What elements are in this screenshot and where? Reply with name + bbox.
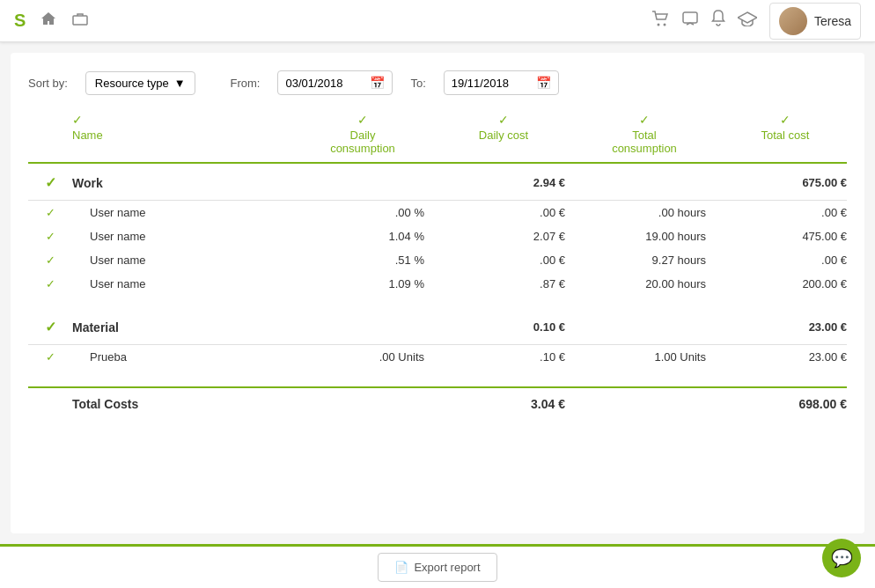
sub-name-0-2: User name [72,254,292,267]
sort-by-label: Sort by: [28,77,68,90]
user-menu[interactable]: Teresa [769,3,861,40]
chat-bubble-button[interactable]: 💬 [822,539,861,577]
sub-daily-consumption-1-0: .00 Units [292,350,433,364]
sub-total-consumption-0-2: 9.27 hours [574,254,715,267]
table-body: ✓ Work 2.94 € 675.00 € ✓ User name .00 %… [28,165,847,416]
sub-daily-consumption-0-0: .00 % [292,206,433,219]
sub-daily-consumption-0-3: 1.09 % [292,277,433,290]
sub-row-0-0: ✓ User name .00 % .00 € .00 hours .00 € [28,201,847,224]
from-date-input[interactable] [285,77,364,90]
export-icon: 📄 [394,561,408,574]
total-label: Total Costs [72,397,292,411]
cart-icon[interactable] [651,11,669,31]
total-cost: 698.00 € [715,397,856,411]
svg-rect-0 [73,16,87,25]
sub-total-cost-0-0: .00 € [715,206,856,219]
main-content: Sort by: Resource type ▼ From: 📅 To: 📅 ✓… [11,53,864,533]
sub-daily-consumption-0-1: 1.04 % [292,230,433,243]
sub-daily-cost-0-1: 2.07 € [433,230,574,243]
from-date-field[interactable]: 📅 [277,70,393,95]
total-daily-cost: 3.04 € [433,397,574,411]
avatar [779,7,807,35]
col-header-daily-consumption: ✓ Daily consumption [292,113,433,155]
chat-bubble-icon: 💬 [831,548,853,569]
to-calendar-icon[interactable]: 📅 [536,76,551,90]
svg-point-1 [657,24,659,26]
group-row-0: ✓ Work 2.94 € 675.00 € [28,165,847,201]
bottom-bar: 📄 Export report [0,544,875,588]
sub-total-cost-1-0: 23.00 € [715,350,856,364]
export-report-button[interactable]: 📄 Export report [378,553,496,582]
group-daily-cost-1: 0.10 € [433,320,574,334]
col-header-total-consumption: ✓ Total consumption [574,113,715,155]
sub-name-0-3: User name [72,277,292,290]
col-check-daily-cost: ✓ [498,113,509,127]
svg-marker-4 [738,12,757,23]
to-label: To: [410,77,425,90]
to-date-field[interactable]: 📅 [444,70,559,95]
sub-total-consumption-0-3: 20.00 hours [574,277,715,290]
sub-total-consumption-0-0: .00 hours [574,206,715,219]
briefcase-icon[interactable] [71,11,89,30]
total-row: Total Costs 3.04 € 698.00 € [28,386,847,416]
home-icon[interactable] [40,11,57,31]
col-check-daily-consumption: ✓ [357,113,368,127]
group-total-cost-0: 675.00 € [715,176,856,189]
column-headers: ✓ Name ✓ Daily consumption ✓ Daily cost … [28,113,847,164]
navbar: S Teresa [0,0,875,42]
svg-point-2 [663,24,665,26]
svg-rect-3 [683,12,697,23]
user-name-label: Teresa [814,14,851,28]
sub-daily-cost-0-0: .00 € [433,206,574,219]
bell-icon[interactable] [711,10,725,32]
sub-check-0-2: ✓ [28,254,72,267]
sub-name-0-1: User name [72,230,292,243]
sub-daily-cost-1-0: .10 € [433,350,574,364]
sub-check-0-1: ✓ [28,230,72,243]
from-calendar-icon[interactable]: 📅 [370,76,385,90]
sub-total-cost-0-1: 475.00 € [715,230,856,243]
group-check-1: ✓ [28,319,72,335]
s-logo-icon[interactable]: S [14,11,26,31]
sub-total-consumption-1-0: 1.00 Units [574,350,715,364]
group-check-0: ✓ [28,174,72,191]
col-check-total-consumption: ✓ [639,113,650,127]
sub-check-0-3: ✓ [28,277,72,290]
export-label: Export report [414,561,480,574]
message-icon[interactable] [681,11,699,31]
col-header-total-cost: ✓ Total cost [715,113,856,155]
group-total-cost-1: 23.00 € [715,320,856,334]
sub-check-1-0: ✓ [28,350,72,364]
spacer-0 [28,296,847,310]
sub-daily-cost-0-3: .87 € [433,277,574,290]
sub-daily-cost-0-2: .00 € [433,254,574,267]
col-check-total-cost: ✓ [780,113,790,127]
group-daily-cost-0: 2.94 € [433,176,574,189]
sort-by-select[interactable]: Resource type ▼ [85,71,195,95]
filter-bar: Sort by: Resource type ▼ From: 📅 To: 📅 [28,70,847,95]
graduation-icon[interactable] [738,11,757,31]
sub-total-cost-0-3: 200.00 € [715,277,856,290]
sub-row-0-1: ✓ User name 1.04 % 2.07 € 19.00 hours 47… [28,224,847,248]
sort-by-value: Resource type [95,77,169,90]
navbar-left: S [14,11,89,31]
group-row-1: ✓ Material 0.10 € 23.00 € [28,310,847,345]
sub-name-1-0: Prueba [72,350,292,364]
sub-row-0-2: ✓ User name .51 % .00 € 9.27 hours .00 € [28,248,847,272]
chevron-down-icon: ▼ [174,77,186,90]
sub-total-consumption-0-1: 19.00 hours [574,230,715,243]
navbar-right: Teresa [651,3,861,40]
sub-row-1-0: ✓ Prueba .00 Units .10 € 1.00 Units 23.0… [28,345,847,369]
sub-row-0-3: ✓ User name 1.09 % .87 € 20.00 hours 200… [28,272,847,296]
group-name-1: Material [72,320,292,334]
col-header-name: ✓ Name [72,113,292,155]
sub-total-cost-0-2: .00 € [715,254,856,267]
from-label: From: [231,77,261,90]
sub-name-0-0: User name [72,206,292,219]
col-header-daily-cost: ✓ Daily cost [433,113,574,155]
spacer-1 [28,369,847,383]
sub-check-0-0: ✓ [28,206,72,219]
to-date-input[interactable] [452,77,531,90]
sub-daily-consumption-0-2: .51 % [292,254,433,267]
col-check-name: ✓ [72,113,83,127]
